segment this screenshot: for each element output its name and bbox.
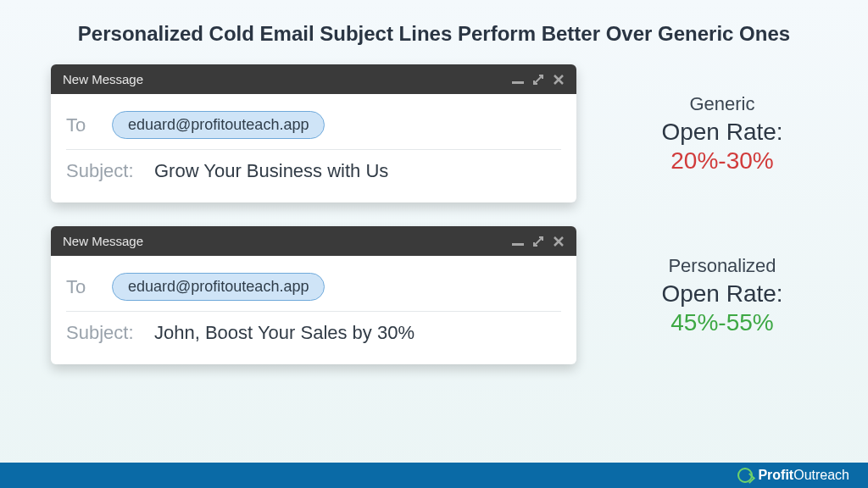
email-window-header: New Message xyxy=(51,226,576,256)
email-card-personalized: New Message To eduard@profitouteach.app xyxy=(51,226,576,364)
subject-value: John, Boost Your Sales by 30% xyxy=(154,322,415,344)
email-header-title: New Message xyxy=(63,72,143,86)
to-label: To xyxy=(66,114,98,136)
main-content: New Message To eduard@profitouteach.app xyxy=(0,56,868,364)
expand-icon[interactable] xyxy=(532,74,544,86)
stat-category: Personalized xyxy=(610,255,834,277)
close-icon[interactable] xyxy=(553,236,565,247)
comparison-row-generic: New Message To eduard@profitouteach.app xyxy=(51,64,834,202)
email-body: To eduard@profitouteach.app Subject: Joh… xyxy=(51,256,576,364)
window-controls xyxy=(512,74,565,86)
stat-metric-label: Open Rate: xyxy=(610,280,834,308)
minimize-icon[interactable] xyxy=(512,75,524,84)
email-header-title: New Message xyxy=(63,234,143,248)
subject-field: Subject: John, Boost Your Sales by 30% xyxy=(66,312,561,354)
recipient-chip[interactable]: eduard@profitouteach.app xyxy=(112,111,325,139)
stat-value: 45%-55% xyxy=(610,309,834,336)
comparison-row-personalized: New Message To eduard@profitouteach.app xyxy=(51,226,834,364)
to-field: To eduard@profitouteach.app xyxy=(66,263,561,312)
minimize-icon[interactable] xyxy=(512,237,524,246)
window-controls xyxy=(512,236,565,247)
brand-text-1: Profit xyxy=(758,468,793,482)
footer-bar: ProfitOutreach xyxy=(0,463,868,488)
brand-text-2: Outreach xyxy=(793,468,849,482)
subject-field: Subject: Grow Your Business with Us xyxy=(66,150,561,192)
brand-icon xyxy=(737,468,753,483)
close-icon[interactable] xyxy=(553,74,565,86)
email-card-generic: New Message To eduard@profitouteach.app xyxy=(51,64,576,202)
email-window-header: New Message xyxy=(51,64,576,94)
stat-metric-label: Open Rate: xyxy=(610,119,834,146)
recipient-chip[interactable]: eduard@profitouteach.app xyxy=(112,273,325,301)
to-label: To xyxy=(66,276,98,298)
email-body: To eduard@profitouteach.app Subject: Gro… xyxy=(51,94,576,202)
stats-personalized: Personalized Open Rate: 45%-55% xyxy=(610,255,834,336)
subject-label: Subject: xyxy=(66,160,141,182)
subject-value: Grow Your Business with Us xyxy=(154,160,388,182)
expand-icon[interactable] xyxy=(532,236,544,247)
stat-category: Generic xyxy=(610,93,834,115)
subject-label: Subject: xyxy=(66,322,141,344)
stat-value: 20%-30% xyxy=(610,147,834,175)
brand-logo: ProfitOutreach xyxy=(737,468,849,483)
to-field: To eduard@profitouteach.app xyxy=(66,101,561,150)
page-title: Personalized Cold Email Subject Lines Pe… xyxy=(0,0,868,56)
stats-generic: Generic Open Rate: 20%-30% xyxy=(610,93,834,175)
